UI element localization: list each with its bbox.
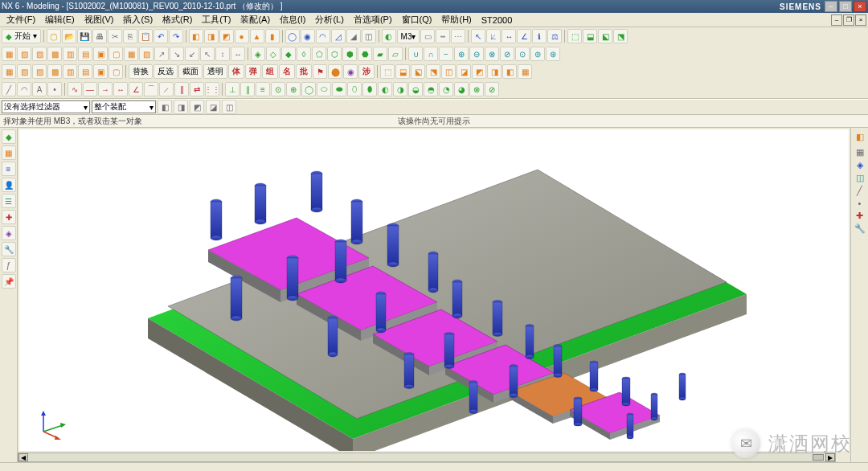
asm4-icon[interactable]: ⬔	[613, 29, 628, 43]
doc-minimize-button[interactable]: –	[831, 14, 842, 26]
solid2-icon[interactable]: ◇	[266, 47, 280, 61]
asm-i-icon[interactable]: ◧	[502, 64, 517, 79]
dash-icon[interactable]: ┅	[436, 29, 450, 43]
nav-wcs-icon[interactable]: ✚	[2, 210, 16, 224]
con16-icon[interactable]: ◕	[454, 82, 469, 96]
nav-hist-icon[interactable]: ≡	[2, 162, 16, 176]
sel-e-icon[interactable]: ◫	[222, 100, 236, 114]
sphere-icon[interactable]: ●	[235, 29, 249, 43]
solid6-icon[interactable]: ⬡	[327, 47, 342, 61]
pick-icon[interactable]: ↖	[471, 29, 485, 43]
redo-icon[interactable]: ↷	[169, 29, 183, 43]
bool4-icon[interactable]: ⊕	[454, 47, 469, 61]
flag2-icon[interactable]: ⬤	[328, 64, 342, 79]
solid9-icon[interactable]: ▰	[373, 47, 387, 61]
bool6-icon[interactable]: ⊗	[485, 47, 499, 61]
r-grid-icon[interactable]: ▦	[856, 147, 864, 158]
con9-icon[interactable]: ⬯	[347, 82, 362, 96]
box9-icon[interactable]: ▦	[124, 47, 138, 61]
boss-icon[interactable]: ◉	[301, 29, 315, 43]
blend-icon[interactable]: ◠	[316, 29, 330, 43]
sk-fill-icon[interactable]: ⌒	[144, 82, 158, 96]
menu-assembly[interactable]: 装配(A)	[235, 12, 275, 27]
r-body-icon[interactable]: ◈	[857, 160, 863, 170]
minimize-button[interactable]: –	[825, 1, 837, 12]
paste-icon[interactable]: 📋	[138, 29, 153, 43]
sk-seg-icon[interactable]: →	[98, 82, 113, 96]
btn-transp[interactable]: 透明	[203, 64, 227, 79]
asm-b-icon[interactable]: ⬓	[395, 64, 410, 79]
sk-line-icon[interactable]: ╱	[2, 82, 16, 96]
flag3-icon[interactable]: ◉	[343, 64, 358, 79]
con8-icon[interactable]: ⬬	[332, 82, 346, 96]
con18-icon[interactable]: ⊘	[485, 82, 499, 96]
con3-icon[interactable]: ≡	[256, 82, 270, 96]
lay8-icon[interactable]: ▢	[108, 64, 123, 79]
viewport-3d[interactable]	[19, 129, 849, 451]
con10-icon[interactable]: ⬮	[362, 82, 377, 96]
con14-icon[interactable]: ◓	[424, 82, 438, 96]
con13-icon[interactable]: ◒	[408, 82, 423, 96]
btn-name[interactable]: 名	[279, 64, 295, 79]
cyl-icon[interactable]: ▮	[265, 29, 280, 43]
btn-section[interactable]: 截面	[178, 64, 203, 79]
cube-icon[interactable]: ◧	[189, 29, 203, 43]
lay2-icon[interactable]: ▧	[17, 64, 31, 79]
nav-role-icon[interactable]: 👤	[2, 178, 16, 192]
asm2-icon[interactable]: ⬓	[583, 29, 597, 43]
btn-invert[interactable]: 反选	[154, 64, 178, 79]
sk-wave-icon[interactable]: ∿	[68, 82, 82, 96]
con12-icon[interactable]: ◑	[393, 82, 407, 96]
r-edge-icon[interactable]: ╱	[857, 186, 862, 196]
nav-layer-icon[interactable]: ☰	[2, 194, 16, 208]
asm-d-icon[interactable]: ⬔	[426, 64, 440, 79]
start-menu-button[interactable]: ◆ 开始 ▾	[2, 29, 41, 43]
asm-a-icon[interactable]: ⬚	[380, 64, 395, 79]
r-cube-icon[interactable]: ◧	[856, 132, 864, 142]
undo-icon[interactable]: ↶	[154, 29, 168, 43]
con2-icon[interactable]: ∥	[240, 82, 255, 96]
con7-icon[interactable]: ⬭	[317, 82, 331, 96]
bool10-icon[interactable]: ⊛	[546, 47, 560, 61]
box7-icon[interactable]: ▣	[93, 47, 108, 61]
menu-view[interactable]: 视图(V)	[80, 12, 119, 27]
menu-format[interactable]: 格式(R)	[158, 12, 197, 27]
new-icon[interactable]: ▢	[47, 29, 61, 43]
sk-ch-icon[interactable]: ⟋	[159, 82, 174, 96]
btn-replace[interactable]: 替换	[129, 64, 153, 79]
asm-c-icon[interactable]: ⬕	[411, 64, 425, 79]
material-icon[interactable]: ◐	[382, 29, 396, 43]
btn-group[interactable]: 组	[262, 64, 278, 79]
info-icon[interactable]: ℹ	[532, 29, 547, 43]
m3-field[interactable]: M3 ▾	[397, 29, 420, 43]
maximize-button[interactable]: □	[839, 1, 852, 12]
mass-icon[interactable]: ⚖	[547, 29, 562, 43]
solid1-icon[interactable]: ◈	[251, 47, 265, 61]
lay1-icon[interactable]: ▦	[2, 64, 16, 79]
lay5-icon[interactable]: ▥	[63, 64, 77, 79]
asm3-icon[interactable]: ⬕	[598, 29, 612, 43]
nav-tool-icon[interactable]: 🔧	[2, 242, 16, 256]
menu-info[interactable]: 信息(I)	[275, 12, 310, 27]
sel-a-icon[interactable]: ◧	[158, 100, 172, 114]
nav-pin-icon[interactable]: 📌	[2, 274, 16, 289]
box6-icon[interactable]: ▤	[78, 47, 92, 61]
con5-icon[interactable]: ⊕	[286, 82, 301, 96]
lay4-icon[interactable]: ▩	[47, 64, 62, 79]
menu-tools[interactable]: 工具(T)	[197, 12, 235, 27]
asm-j-icon[interactable]: ▦	[518, 64, 532, 79]
nav-ref-icon[interactable]: ◈	[2, 226, 16, 240]
dot-icon[interactable]: ⋯	[451, 29, 465, 43]
sk-arc-icon[interactable]: ◠	[17, 82, 31, 96]
menu-help[interactable]: 帮助(H)	[436, 12, 476, 27]
box3-icon[interactable]: ▨	[32, 47, 47, 61]
bool2-icon[interactable]: ∩	[424, 47, 438, 61]
sk-dim-icon[interactable]: ↔	[113, 82, 128, 96]
horizontal-scrollbar[interactable]: ◀ ▶	[18, 453, 836, 462]
box10-icon[interactable]: ▧	[139, 47, 154, 61]
filter-scope-select[interactable]: 整个装配▾	[92, 100, 156, 113]
arrow6-icon[interactable]: ↔	[231, 47, 245, 61]
chamfer-icon[interactable]: ◿	[331, 29, 346, 43]
con11-icon[interactable]: ◐	[378, 82, 392, 96]
filter-type-select[interactable]: 没有选择过滤器▾	[2, 100, 90, 113]
